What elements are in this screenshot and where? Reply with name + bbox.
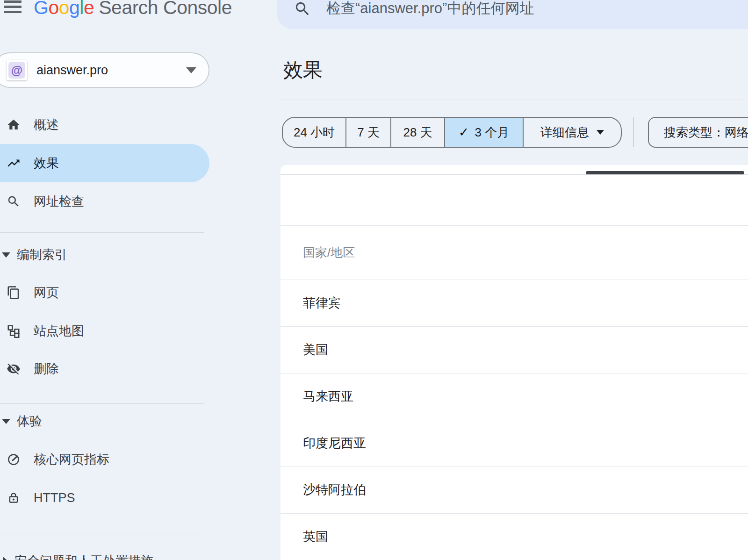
sidebar-item-core-web-vitals[interactable]: 核心网页指标 <box>0 440 209 479</box>
tab-3-months-selected[interactable]: ✓ 3 个月 <box>445 118 523 147</box>
scrollbar-track <box>280 174 748 175</box>
table-row[interactable]: 马来西亚 <box>280 373 748 420</box>
table-card: 国家/地区 菲律宾 美国 马来西亚 印度尼西亚 沙特阿拉伯 英国 <box>280 165 748 560</box>
sidebar-item-sitemaps[interactable]: 站点地图 <box>0 312 209 350</box>
filter-separator <box>633 117 634 147</box>
title-divider <box>277 100 748 100</box>
country-cell: 沙特阿拉伯 <box>280 467 748 513</box>
favicon-glyph: @ <box>8 62 25 79</box>
logo-letter: o <box>48 0 58 18</box>
details-label: 详细信息 <box>540 124 589 141</box>
sidebar-item-performance[interactable]: 效果 <box>0 144 209 182</box>
sidebar-section-indexing[interactable]: 编制索引 <box>0 238 209 272</box>
sidebar-section-security[interactable]: 安全问题和人工处置措施 <box>0 546 209 560</box>
section-label: 安全问题和人工处置措施 <box>14 553 153 560</box>
property-name: aianswer.pro <box>36 53 108 87</box>
sidebar-item-removals[interactable]: 删除 <box>0 350 209 388</box>
country-cell: 印度尼西亚 <box>280 420 748 467</box>
chevron-down-icon <box>2 419 10 424</box>
tab-label: 24 小时 <box>294 124 335 141</box>
search-type-label: 搜索类型：网络 <box>664 118 748 147</box>
country-cell: 美国 <box>280 327 748 373</box>
pages-icon <box>7 286 21 300</box>
sitemap-icon <box>7 324 21 338</box>
tab-label: 28 天 <box>403 124 432 141</box>
search-icon <box>294 0 311 18</box>
sidebar-item-pages[interactable]: 网页 <box>0 273 209 312</box>
eye-off-icon <box>7 362 21 376</box>
chevron-right-icon <box>3 557 8 560</box>
section-label: 编制索引 <box>17 246 67 263</box>
sidebar-item-label: 站点地图 <box>34 323 84 339</box>
sidebar-item-overview[interactable]: 概述 <box>0 106 209 144</box>
property-favicon: @ <box>7 60 27 80</box>
sidebar-item-https[interactable]: HTTPS <box>0 479 209 517</box>
logo-letter: g <box>69 0 79 18</box>
logo-letter: l <box>79 0 84 18</box>
sidebar-item-label: 删除 <box>34 360 59 377</box>
sidebar-item-label: 概述 <box>34 116 59 133</box>
sidebar-item-label: 网址检查 <box>34 193 84 210</box>
sidebar-item-url-inspection[interactable]: 网址检查 <box>0 182 209 221</box>
horizontal-scrollbar-thumb[interactable] <box>586 171 744 174</box>
tab-24-hours[interactable]: 24 小时 <box>283 118 345 147</box>
chevron-down-icon <box>2 252 10 258</box>
logo-letter: e <box>84 0 94 18</box>
sidebar-item-label: 核心网页指标 <box>34 451 109 468</box>
country-cell: 马来西亚 <box>280 373 748 420</box>
chevron-down-icon <box>597 130 604 135</box>
logo-letter: G <box>34 0 48 18</box>
search-icon <box>7 194 21 208</box>
table-row[interactable]: 印度尼西亚 <box>280 420 748 467</box>
chevron-down-icon <box>186 67 196 73</box>
home-icon <box>7 118 21 132</box>
trending-up-icon <box>7 156 21 170</box>
sidebar-section-experience[interactable]: 体验 <box>0 405 209 437</box>
sidebar-item-label: HTTPS <box>34 491 75 505</box>
table-row[interactable]: 沙特阿拉伯 <box>280 467 748 513</box>
column-header-country: 国家/地区 <box>303 238 355 266</box>
sidebar-divider <box>0 536 204 536</box>
search-placeholder: 检查“aianswer.pro”中的任何网址 <box>326 0 534 18</box>
lock-icon <box>7 491 21 505</box>
menu-bar <box>4 0 22 3</box>
date-range-tabs: 24 小时 7 天 28 天 ✓ 3 个月 详细信息 <box>282 117 622 148</box>
table-row[interactable]: 菲律宾 <box>280 280 748 326</box>
details-dropdown[interactable]: 详细信息 <box>524 118 621 147</box>
table-row[interactable]: 英国 <box>280 513 748 560</box>
menu-bar <box>4 11 22 13</box>
property-selector[interactable]: @ aianswer.pro <box>0 52 209 88</box>
country-cell: 英国 <box>280 514 748 560</box>
table-row[interactable]: 美国 <box>280 326 748 373</box>
url-inspection-searchbar[interactable]: 检查“aianswer.pro”中的任何网址 <box>277 0 748 29</box>
menu-bar <box>4 6 22 8</box>
tab-7-days[interactable]: 7 天 <box>346 118 390 147</box>
page-title: 效果 <box>283 58 323 82</box>
section-label: 体验 <box>17 413 42 430</box>
tab-label: 3 个月 <box>475 124 509 141</box>
tab-28-days[interactable]: 28 天 <box>391 118 444 147</box>
card-divider <box>280 225 748 226</box>
country-cell: 菲律宾 <box>280 280 748 326</box>
google-search-console-logo: GoogleSearch Console <box>34 0 232 19</box>
sidebar-divider <box>0 232 204 233</box>
check-icon: ✓ <box>459 125 469 140</box>
gauge-icon <box>7 452 21 467</box>
logo-letter: o <box>59 0 69 18</box>
sidebar-divider <box>0 403 204 404</box>
menu-button[interactable] <box>4 0 22 14</box>
search-type-chip[interactable]: 搜索类型：网络 <box>648 117 748 148</box>
sidebar-item-label: 效果 <box>34 155 59 172</box>
tab-label: 7 天 <box>357 124 380 141</box>
sidebar-item-label: 网页 <box>34 284 59 301</box>
logo-product-name: Search Console <box>99 0 232 18</box>
